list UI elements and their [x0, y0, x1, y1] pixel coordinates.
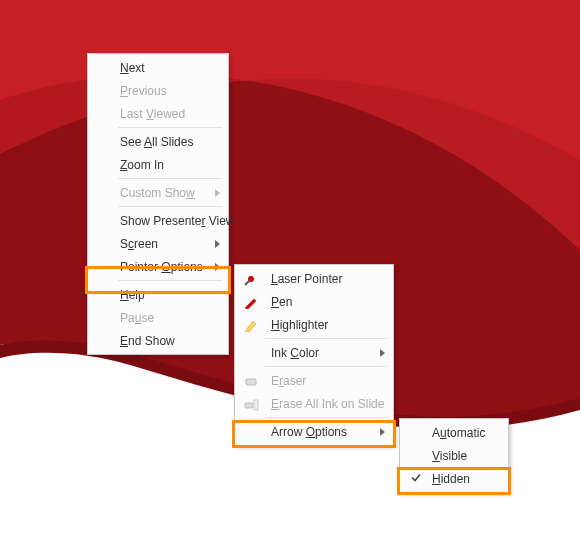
- menu-item-show-presenter-view[interactable]: Show Presenter View: [90, 209, 226, 232]
- submenu-arrow-icon: [215, 263, 220, 271]
- menu-item-end-show[interactable]: End Show: [90, 329, 226, 352]
- svg-rect-4: [245, 403, 253, 408]
- erase-all-icon: [243, 396, 259, 412]
- menu-item-automatic[interactable]: Automatic: [402, 421, 506, 444]
- menu-separator: [265, 366, 387, 367]
- svg-line-2: [245, 280, 250, 285]
- menu-item-arrow-options[interactable]: Arrow Options: [237, 420, 391, 443]
- menu-item-custom-show: Custom Show: [90, 181, 226, 204]
- submenu-arrow-icon: [215, 189, 220, 197]
- menu-item-help[interactable]: Help: [90, 283, 226, 306]
- menu-item-screen[interactable]: Screen: [90, 232, 226, 255]
- svg-rect-5: [254, 400, 258, 410]
- menu-item-last-viewed: Last Viewed: [90, 102, 226, 125]
- menu-item-pause: Pause: [90, 306, 226, 329]
- menu-separator: [118, 178, 222, 179]
- menu-separator: [118, 206, 222, 207]
- menu-item-laser-pointer[interactable]: Laser Pointer: [237, 267, 391, 290]
- menu-item-see-all-slides[interactable]: See All Slides: [90, 130, 226, 153]
- highlighter-icon: [243, 317, 259, 333]
- context-menu-main: Next Previous Last Viewed See All Slides…: [87, 53, 229, 355]
- submenu-pointer-options: Laser Pointer Pen Highlighter Ink Color …: [234, 264, 394, 446]
- pen-icon: [243, 294, 259, 310]
- menu-separator: [265, 338, 387, 339]
- submenu-arrow-icon: [380, 428, 385, 436]
- menu-item-hidden[interactable]: Hidden: [402, 467, 506, 490]
- checkmark-icon: [410, 471, 422, 486]
- submenu-arrow-icon: [215, 240, 220, 248]
- laser-pointer-icon: [243, 271, 259, 287]
- menu-item-erase-all: Erase All Ink on Slide: [237, 392, 391, 415]
- menu-item-visible[interactable]: Visible: [402, 444, 506, 467]
- menu-item-previous: Previous: [90, 79, 226, 102]
- submenu-arrow-options: Automatic Visible Hidden: [399, 418, 509, 493]
- menu-item-pointer-options[interactable]: Pointer Options: [90, 255, 226, 278]
- svg-rect-3: [246, 379, 256, 385]
- menu-separator: [118, 280, 222, 281]
- menu-item-eraser: Eraser: [237, 369, 391, 392]
- menu-item-highlighter[interactable]: Highlighter: [237, 313, 391, 336]
- menu-item-pen[interactable]: Pen: [237, 290, 391, 313]
- menu-separator: [118, 127, 222, 128]
- menu-item-next[interactable]: Next: [90, 56, 226, 79]
- menu-separator: [265, 417, 387, 418]
- eraser-icon: [243, 373, 259, 389]
- submenu-arrow-icon: [380, 349, 385, 357]
- menu-item-zoom-in[interactable]: Zoom In: [90, 153, 226, 176]
- menu-item-ink-color[interactable]: Ink Color: [237, 341, 391, 364]
